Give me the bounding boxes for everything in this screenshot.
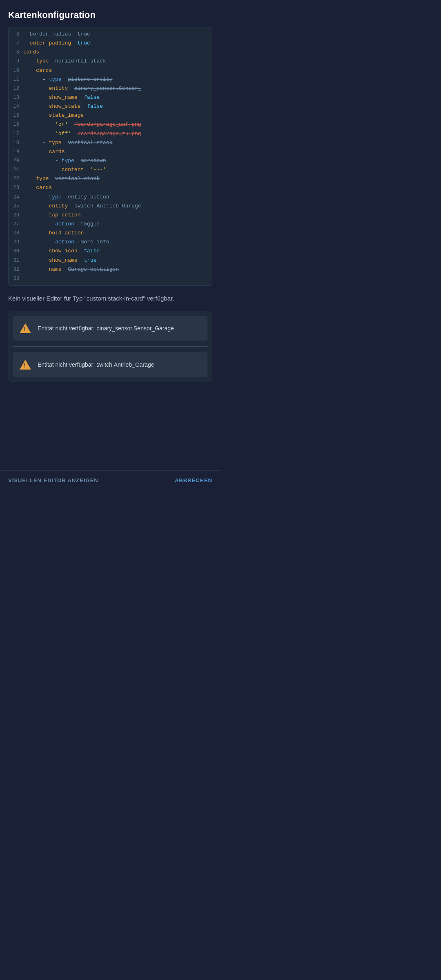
- line-number: 10: [9, 67, 23, 75]
- code-line: 14 show_state false: [9, 102, 212, 111]
- alert-text-1: Entität nicht verfügbar: binary_sensor.S…: [38, 324, 174, 332]
- line-number: 23: [9, 184, 23, 192]
- line-content: - type picture-entity: [23, 76, 212, 84]
- footer: VISUELLEN EDITOR ANZEIGEN ABBRECHEN: [0, 470, 220, 490]
- line-content: 'on' /cards/garage_auf.png: [23, 120, 212, 129]
- code-line: 21 content '---': [9, 165, 212, 174]
- line-content: show_name false: [23, 94, 212, 102]
- line-number: 11: [9, 76, 23, 84]
- line-number: 27: [9, 220, 23, 228]
- line-number: 7: [9, 40, 23, 47]
- code-line: 10 cards: [9, 66, 212, 75]
- code-line: 33: [9, 274, 212, 283]
- line-number: 6: [9, 31, 23, 38]
- triangle-icon-1: [20, 323, 31, 333]
- code-line: 27 action toggle: [9, 220, 212, 229]
- line-content: show_icon false: [23, 247, 212, 255]
- code-line: 28 hold_action: [9, 229, 212, 238]
- line-content: cards: [23, 148, 212, 156]
- line-content: - type vertical-stack: [23, 139, 212, 147]
- line-content: [23, 274, 212, 283]
- code-line: 19 cards: [9, 147, 212, 156]
- line-content: - type markdown: [23, 157, 212, 165]
- code-line: 24 - type entity-button: [9, 193, 212, 202]
- line-number: 30: [9, 247, 23, 255]
- line-content: cards: [23, 184, 212, 192]
- code-line: 6 border_radius true: [9, 30, 212, 39]
- code-line: 20 - type markdown: [9, 156, 212, 165]
- line-content: type vertical-stack: [23, 175, 212, 183]
- code-editor: 6 border_radius true7 outer_padding true…: [8, 27, 212, 286]
- line-number: 12: [9, 85, 23, 93]
- line-content: state_image: [23, 111, 212, 120]
- line-number: 21: [9, 166, 23, 174]
- line-content: name Garage betätigen: [23, 265, 212, 274]
- line-number: 32: [9, 266, 23, 274]
- line-content: content '---': [23, 166, 212, 174]
- code-line: 13 show_name false: [9, 93, 212, 102]
- line-content: border_radius true: [23, 30, 212, 38]
- alert-text-2: Entität nicht verfügbar: switch.Antrieb_…: [38, 361, 154, 369]
- alert-box-2: Entität nicht verfügbar: switch.Antrieb_…: [13, 352, 207, 377]
- code-line: 7 outer_padding true: [9, 39, 212, 48]
- line-content: cards: [23, 48, 212, 56]
- line-content: action toggle: [23, 220, 212, 228]
- alert-box-1: Entität nicht verfügbar: binary_sensor.S…: [13, 316, 207, 341]
- warning-icon-1: [19, 322, 32, 335]
- code-line: 23 cards: [9, 183, 212, 192]
- preview-section: Entität nicht verfügbar: binary_sensor.S…: [8, 311, 212, 382]
- line-number: 13: [9, 94, 23, 102]
- line-number: 8: [9, 49, 23, 56]
- code-line: 22 type vertical-stack: [9, 174, 212, 183]
- divider: [13, 346, 207, 347]
- code-line: 31 show_name true: [9, 256, 212, 265]
- line-content: show_name true: [23, 256, 212, 265]
- warning-icon-2: [19, 358, 32, 371]
- code-line: 17 'off' /cards/garage_zu.png: [9, 129, 212, 138]
- line-number: 25: [9, 203, 23, 210]
- code-line: 32 name Garage betätigen: [9, 265, 212, 274]
- page-container: Kartenkonfiguration 6 border_radius true…: [0, 0, 220, 490]
- line-content: show_state false: [23, 102, 212, 111]
- line-content: cards: [23, 67, 212, 75]
- page-title: Kartenkonfiguration: [8, 10, 96, 20]
- code-line: 18 - type vertical-stack: [9, 138, 212, 147]
- line-number: 15: [9, 112, 23, 120]
- line-number: 24: [9, 194, 23, 201]
- line-number: 33: [9, 275, 23, 283]
- line-content: entity switch.Antrieb_Garage: [23, 202, 212, 210]
- line-number: 22: [9, 175, 23, 183]
- no-editor-message: Kein visueller Editor für Typ "custom:st…: [0, 286, 220, 308]
- triangle-icon-2: [20, 360, 31, 370]
- line-number: 19: [9, 148, 23, 156]
- code-line: 12 entity binary_sensor.Sensor_: [9, 84, 212, 93]
- code-line: 30 show_icon false: [9, 247, 212, 256]
- line-content: entity binary_sensor.Sensor_: [23, 85, 212, 93]
- line-number: 26: [9, 212, 23, 219]
- line-content: - type horizontal-stack: [23, 57, 212, 65]
- code-line: 15 state_image: [9, 111, 212, 120]
- code-line: 11 - type picture-entity: [9, 75, 212, 84]
- line-number: 31: [9, 257, 23, 265]
- code-line: 26 tap_action: [9, 211, 212, 220]
- line-content: - type entity-button: [23, 193, 212, 201]
- show-visual-editor-button[interactable]: VISUELLEN EDITOR ANZEIGEN: [8, 477, 98, 483]
- line-content: 'off' /cards/garage_zu.png: [23, 130, 212, 138]
- line-content: tap_action: [23, 211, 212, 219]
- line-number: 18: [9, 139, 23, 147]
- code-block: 6 border_radius true7 outer_padding true…: [9, 27, 212, 285]
- code-line: 9 - type horizontal-stack: [9, 57, 212, 66]
- cancel-button[interactable]: ABBRECHEN: [175, 477, 212, 483]
- code-line: 16 'on' /cards/garage_auf.png: [9, 120, 212, 129]
- line-content: hold_action: [23, 229, 212, 237]
- line-number: 29: [9, 238, 23, 246]
- line-number: 9: [9, 58, 23, 65]
- code-line: 25 entity switch.Antrieb_Garage: [9, 202, 212, 211]
- header: Kartenkonfiguration: [0, 0, 220, 27]
- line-number: 28: [9, 229, 23, 237]
- line-number: 17: [9, 130, 23, 138]
- line-content: outer_padding true: [23, 39, 212, 47]
- code-line: 8cards: [9, 48, 212, 57]
- line-number: 14: [9, 103, 23, 111]
- line-content: action more-info: [23, 238, 212, 246]
